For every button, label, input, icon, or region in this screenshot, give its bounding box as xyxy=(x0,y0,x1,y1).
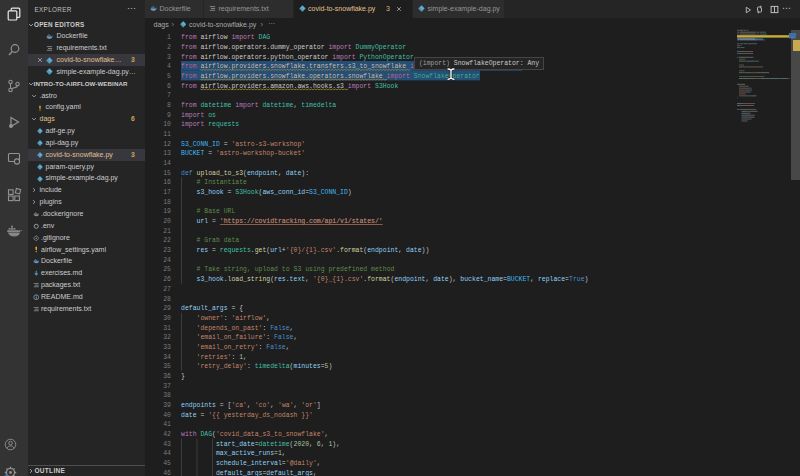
svg-text:'or': 'or' xyxy=(301,401,317,408)
svg-text:34: 34 xyxy=(163,353,171,360)
svg-text:= [: = [ xyxy=(216,401,232,408)
svg-text:27: 27 xyxy=(163,285,171,292)
svg-text:endpoint: endpoint xyxy=(367,247,398,254)
svg-text:S3Hook: S3Hook xyxy=(375,82,398,89)
svg-text:False: False xyxy=(266,343,286,350)
svg-text:airflow: airflow xyxy=(200,34,227,41)
svg-text:,: , xyxy=(286,343,290,350)
svg-text:format: format xyxy=(340,247,363,254)
svg-text:,: , xyxy=(270,401,278,408)
svg-text:=: = xyxy=(208,218,220,225)
svg-text:'airflow': 'airflow' xyxy=(231,314,266,321)
svg-text::: : xyxy=(262,324,270,331)
svg-text:'owner': 'owner' xyxy=(197,314,224,321)
svg-text:,: , xyxy=(309,440,317,447)
svg-text:start_date: start_date xyxy=(216,440,255,447)
svg-text::: : xyxy=(224,314,232,321)
svg-text:load_string: load_string xyxy=(228,276,271,283)
svg-text:=: = xyxy=(197,411,209,418)
svg-text:,: , xyxy=(313,469,317,476)
svg-text:,: , xyxy=(243,353,247,360)
svg-text:airflow.operators.python_opera: airflow.operators.python_operator xyxy=(200,53,328,60)
svg-text:32: 32 xyxy=(163,334,171,341)
svg-text:2020: 2020 xyxy=(294,440,310,447)
svg-text:3: 3 xyxy=(167,53,171,60)
svg-text:endpoint: endpoint xyxy=(247,169,278,176)
svg-text:'retries': 'retries' xyxy=(197,353,232,360)
svg-text:=: = xyxy=(204,150,216,157)
svg-text:date: date xyxy=(181,411,197,418)
svg-text:11: 11 xyxy=(163,130,171,137)
svg-text:,: , xyxy=(278,169,286,176)
svg-text:schedule_interval: schedule_interval xyxy=(216,460,282,467)
svg-text:s3_hook: s3_hook xyxy=(197,276,224,283)
svg-text:os: os xyxy=(208,111,216,118)
svg-text:,: , xyxy=(294,334,298,341)
svg-text:date: date xyxy=(433,276,449,283)
svg-text:max_active_runs: max_active_runs xyxy=(216,450,274,457)
svg-text:url: url xyxy=(197,218,209,225)
svg-text:,: , xyxy=(247,401,255,408)
svg-text:False: False xyxy=(270,324,290,331)
svg-text:4: 4 xyxy=(167,63,171,70)
svg-text:'covid_data_s3_to_snowflake': 'covid_data_s3_to_snowflake' xyxy=(216,431,325,438)
svg-text:S3_CONN_ID: S3_CONN_ID xyxy=(309,189,348,196)
svg-text:36: 36 xyxy=(163,372,171,379)
svg-text:,: , xyxy=(290,324,294,331)
svg-text:datetime: datetime xyxy=(259,440,290,447)
svg-text:res: res xyxy=(274,276,286,283)
svg-text:=: = xyxy=(208,247,220,254)
svg-text:20: 20 xyxy=(163,218,171,225)
svg-text:import: import xyxy=(348,82,371,89)
svg-text:airflow.providers.snowflake.op: airflow.providers.snowflake.operators.sn… xyxy=(200,72,382,79)
svg-text:30: 30 xyxy=(163,314,171,321)
svg-text:requests: requests xyxy=(220,247,251,254)
svg-text:): ) xyxy=(585,276,589,283)
svg-text:37: 37 xyxy=(163,382,171,389)
svg-text:format: format xyxy=(367,276,390,283)
svg-text:'co': 'co' xyxy=(255,401,271,408)
svg-text:text: text xyxy=(290,276,306,283)
svg-text:):: ): xyxy=(301,169,309,176)
svg-text:13: 13 xyxy=(163,150,171,157)
svg-text:=: = xyxy=(224,189,236,196)
svg-text:'depends_on_past': 'depends_on_past' xyxy=(197,324,263,331)
svg-text:44: 44 xyxy=(163,450,171,457)
svg-text:from: from xyxy=(181,43,197,50)
svg-text:,: , xyxy=(294,401,302,408)
svg-text:date: date xyxy=(406,247,422,254)
svg-text:12: 12 xyxy=(163,140,171,147)
svg-text:}: } xyxy=(181,372,185,379)
svg-text:15: 15 xyxy=(163,169,171,176)
svg-text:9: 9 xyxy=(167,111,171,118)
svg-text:from: from xyxy=(181,82,197,89)
svg-text:25: 25 xyxy=(163,266,171,273)
svg-text:airflow.providers.amazon.aws.h: airflow.providers.amazon.aws.hooks.s3 xyxy=(200,82,344,89)
svg-text:46: 46 xyxy=(163,469,171,476)
svg-text:endpoints: endpoints xyxy=(181,401,216,408)
svg-text:DummyOperator: DummyOperator xyxy=(356,43,407,50)
svg-text:'ca': 'ca' xyxy=(231,401,247,408)
svg-text:'{{ yesterday_ds_nodash }}': '{{ yesterday_ds_nodash }}' xyxy=(208,411,313,418)
svg-text:bucket_name: bucket_name xyxy=(460,276,503,283)
svg-text:,: , xyxy=(282,450,286,457)
svg-text:1: 1 xyxy=(167,34,171,41)
svg-text:'retry_delay': 'retry_delay' xyxy=(197,363,247,370)
svg-text:PythonOperator: PythonOperator xyxy=(359,53,413,60)
svg-text::: : xyxy=(247,363,255,370)
svg-text:'{0}_{1}.csv': '{0}_{1}.csv' xyxy=(313,276,363,283)
svg-text:import: import xyxy=(328,43,351,50)
svg-text:datetime: datetime xyxy=(262,101,293,108)
svg-text:): ) xyxy=(348,189,352,196)
svg-text:,: , xyxy=(305,276,313,283)
svg-text:from: from xyxy=(181,63,197,70)
svg-text:10: 10 xyxy=(163,121,171,128)
svg-text:BUCKET: BUCKET xyxy=(507,276,530,283)
svg-text:date: date xyxy=(286,169,302,176)
svg-text:21: 21 xyxy=(163,227,171,234)
svg-text:]: ] xyxy=(317,401,321,408)
svg-text:26: 26 xyxy=(163,276,171,283)
svg-text:def: def xyxy=(181,169,193,176)
svg-text:,: , xyxy=(321,440,329,447)
svg-text:17: 17 xyxy=(163,189,171,196)
